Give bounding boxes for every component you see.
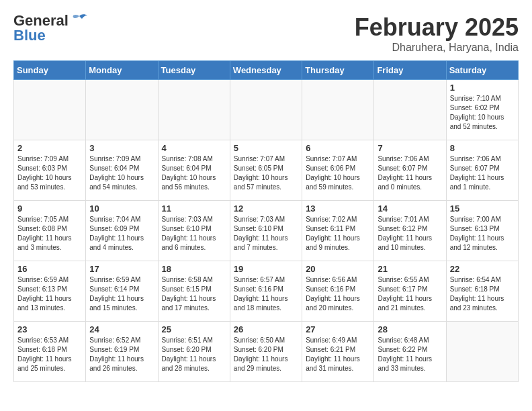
day-of-week-header: Friday [374,61,446,80]
calendar-day-cell: 11Sunrise: 7:03 AM Sunset: 6:10 PM Dayli… [158,201,230,261]
calendar-week-row: 1Sunrise: 7:10 AM Sunset: 6:02 PM Daylig… [14,80,519,140]
calendar-day-cell: 14Sunrise: 7:01 AM Sunset: 6:12 PM Dayli… [374,201,446,261]
day-number: 16 [17,264,82,274]
day-info: Sunrise: 6:56 AM Sunset: 6:16 PM Dayligh… [306,275,370,313]
logo: General Blue [13,13,90,43]
calendar-day-cell: 2Sunrise: 7:09 AM Sunset: 6:03 PM Daylig… [14,140,86,201]
calendar: SundayMondayTuesdayWednesdayThursdayFrid… [13,60,519,382]
day-info: Sunrise: 7:04 AM Sunset: 6:09 PM Dayligh… [89,215,154,253]
day-info: Sunrise: 6:53 AM Sunset: 6:18 PM Dayligh… [17,336,82,373]
calendar-day-cell: 23Sunrise: 6:53 AM Sunset: 6:18 PM Dayli… [14,322,86,382]
day-info: Sunrise: 6:59 AM Sunset: 6:14 PM Dayligh… [89,275,154,313]
day-info: Sunrise: 6:57 AM Sunset: 6:16 PM Dayligh… [234,275,298,313]
title-area: February 2025 Dharuhera, Haryana, India [355,13,519,54]
calendar-day-cell: 18Sunrise: 6:58 AM Sunset: 6:15 PM Dayli… [158,261,230,322]
calendar-day-cell: 1Sunrise: 7:10 AM Sunset: 6:02 PM Daylig… [446,80,518,140]
calendar-week-row: 16Sunrise: 6:59 AM Sunset: 6:13 PM Dayli… [14,261,519,322]
day-info: Sunrise: 7:09 AM Sunset: 6:04 PM Dayligh… [89,154,154,192]
day-info: Sunrise: 7:06 AM Sunset: 6:07 PM Dayligh… [450,154,515,192]
day-number: 18 [162,264,226,274]
day-number: 8 [450,143,515,153]
calendar-day-cell: 13Sunrise: 7:02 AM Sunset: 6:11 PM Dayli… [302,201,374,261]
day-number: 23 [17,324,82,334]
day-number: 6 [306,143,370,153]
day-number: 11 [162,203,226,214]
logo-blue-text: Blue [13,27,46,44]
calendar-day-cell [302,80,374,140]
day-of-week-header: Sunday [14,61,86,80]
calendar-day-cell: 25Sunrise: 6:51 AM Sunset: 6:20 PM Dayli… [158,322,230,382]
calendar-day-cell: 21Sunrise: 6:55 AM Sunset: 6:17 PM Dayli… [374,261,446,322]
day-of-week-header: Saturday [446,61,518,80]
calendar-day-cell: 22Sunrise: 6:54 AM Sunset: 6:18 PM Dayli… [446,261,518,322]
location: Dharuhera, Haryana, India [355,42,519,54]
day-info: Sunrise: 7:08 AM Sunset: 6:04 PM Dayligh… [162,154,226,192]
bird-icon [70,13,89,28]
day-info: Sunrise: 6:59 AM Sunset: 6:13 PM Dayligh… [17,275,82,313]
day-number: 2 [17,143,82,153]
calendar-day-cell [446,322,518,382]
day-info: Sunrise: 6:49 AM Sunset: 6:21 PM Dayligh… [306,336,370,373]
calendar-day-cell [374,80,446,140]
day-number: 7 [378,143,442,153]
calendar-week-row: 23Sunrise: 6:53 AM Sunset: 6:18 PM Dayli… [14,322,519,382]
day-info: Sunrise: 6:48 AM Sunset: 6:22 PM Dayligh… [378,336,442,373]
calendar-day-cell: 4Sunrise: 7:08 AM Sunset: 6:04 PM Daylig… [158,140,230,201]
day-number: 12 [234,203,298,214]
calendar-day-cell: 24Sunrise: 6:52 AM Sunset: 6:19 PM Dayli… [86,322,158,382]
month-title: February 2025 [355,13,519,42]
day-number: 19 [234,264,298,274]
header: General Blue February 2025 Dharuhera, Ha… [13,13,519,54]
day-info: Sunrise: 7:03 AM Sunset: 6:10 PM Dayligh… [234,215,298,253]
day-info: Sunrise: 6:50 AM Sunset: 6:20 PM Dayligh… [234,336,298,373]
day-number: 1 [450,83,515,93]
calendar-day-cell [230,80,302,140]
calendar-day-cell [86,80,158,140]
day-number: 24 [89,324,154,334]
day-number: 26 [234,324,298,334]
day-of-week-header: Thursday [302,61,374,80]
calendar-week-row: 9Sunrise: 7:05 AM Sunset: 6:08 PM Daylig… [14,201,519,261]
day-number: 9 [17,203,82,214]
day-number: 25 [162,324,226,334]
calendar-day-cell: 28Sunrise: 6:48 AM Sunset: 6:22 PM Dayli… [374,322,446,382]
calendar-day-cell: 19Sunrise: 6:57 AM Sunset: 6:16 PM Dayli… [230,261,302,322]
day-number: 20 [306,264,370,274]
calendar-day-cell: 12Sunrise: 7:03 AM Sunset: 6:10 PM Dayli… [230,201,302,261]
day-info: Sunrise: 6:51 AM Sunset: 6:20 PM Dayligh… [162,336,226,373]
calendar-day-cell: 5Sunrise: 7:07 AM Sunset: 6:05 PM Daylig… [230,140,302,201]
day-number: 4 [162,143,226,153]
calendar-day-cell [14,80,86,140]
day-info: Sunrise: 6:58 AM Sunset: 6:15 PM Dayligh… [162,275,226,313]
day-info: Sunrise: 7:02 AM Sunset: 6:11 PM Dayligh… [306,215,370,253]
day-number: 13 [306,203,370,214]
day-info: Sunrise: 7:10 AM Sunset: 6:02 PM Dayligh… [450,94,515,132]
day-of-week-header: Wednesday [230,61,302,80]
day-number: 17 [89,264,154,274]
calendar-week-row: 2Sunrise: 7:09 AM Sunset: 6:03 PM Daylig… [14,140,519,201]
day-of-week-header: Monday [86,61,158,80]
calendar-day-cell: 15Sunrise: 7:00 AM Sunset: 6:13 PM Dayli… [446,201,518,261]
day-info: Sunrise: 6:54 AM Sunset: 6:18 PM Dayligh… [450,275,515,313]
day-number: 27 [306,324,370,334]
day-info: Sunrise: 7:09 AM Sunset: 6:03 PM Dayligh… [17,154,82,192]
day-info: Sunrise: 7:01 AM Sunset: 6:12 PM Dayligh… [378,215,442,253]
calendar-day-cell: 8Sunrise: 7:06 AM Sunset: 6:07 PM Daylig… [446,140,518,201]
day-number: 21 [378,264,442,274]
day-number: 14 [378,203,442,214]
day-info: Sunrise: 7:00 AM Sunset: 6:13 PM Dayligh… [450,215,515,253]
calendar-day-cell: 16Sunrise: 6:59 AM Sunset: 6:13 PM Dayli… [14,261,86,322]
day-info: Sunrise: 7:06 AM Sunset: 6:07 PM Dayligh… [378,154,442,192]
day-number: 22 [450,264,515,274]
day-number: 5 [234,143,298,153]
day-number: 15 [450,203,515,214]
day-info: Sunrise: 7:03 AM Sunset: 6:10 PM Dayligh… [162,215,226,253]
calendar-day-cell: 6Sunrise: 7:07 AM Sunset: 6:06 PM Daylig… [302,140,374,201]
calendar-day-cell: 27Sunrise: 6:49 AM Sunset: 6:21 PM Dayli… [302,322,374,382]
day-number: 10 [89,203,154,214]
calendar-header-row: SundayMondayTuesdayWednesdayThursdayFrid… [14,61,519,80]
calendar-day-cell: 20Sunrise: 6:56 AM Sunset: 6:16 PM Dayli… [302,261,374,322]
calendar-day-cell: 26Sunrise: 6:50 AM Sunset: 6:20 PM Dayli… [230,322,302,382]
calendar-day-cell: 9Sunrise: 7:05 AM Sunset: 6:08 PM Daylig… [14,201,86,261]
day-info: Sunrise: 6:55 AM Sunset: 6:17 PM Dayligh… [378,275,442,313]
